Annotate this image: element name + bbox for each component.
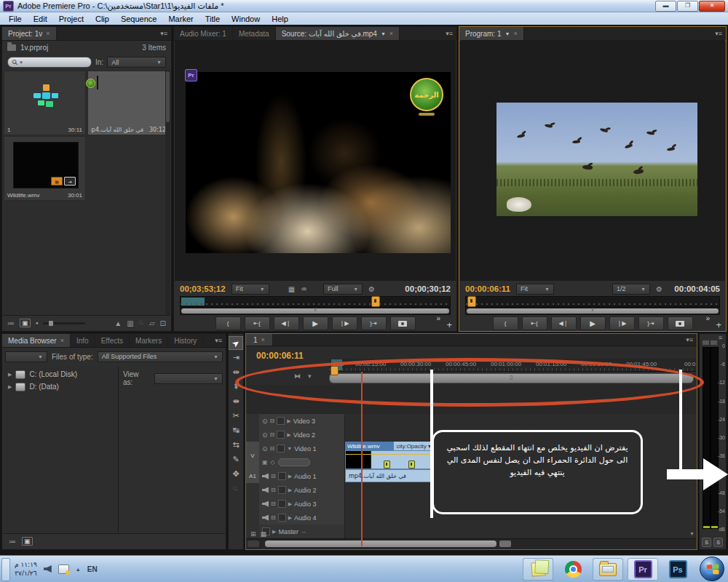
expand-icon[interactable]: ▶ (8, 384, 12, 390)
search-icon[interactable]: ⚲ (137, 319, 146, 328)
tool-razor-icon[interactable]: ✂ (229, 409, 243, 423)
menu-marker[interactable]: Marker (162, 15, 199, 23)
expand-icon[interactable]: ▶ (272, 529, 276, 535)
directory-dropdown[interactable]: ▼ (5, 351, 47, 362)
tab-program[interactable]: Program: 1 ▼ × (459, 27, 524, 40)
opacity-rubber-band[interactable] (346, 454, 432, 455)
toggle-track-output-icon[interactable]: ⊙ (262, 445, 268, 453)
snap-toggle-icon[interactable]: ⊞ (250, 530, 256, 538)
sync-lock-icon[interactable]: ⊟ (271, 487, 276, 493)
source-patch-audio-badge[interactable]: A1 (246, 469, 260, 483)
go-to-in-icon[interactable]: ⇤{ (245, 316, 270, 330)
menu-sequence[interactable]: Sequence (115, 15, 163, 23)
source-playhead-marker[interactable] (371, 296, 380, 307)
speaker-icon[interactable] (262, 474, 269, 479)
action-center-icon[interactable] (58, 565, 69, 574)
panel-menu-icon[interactable]: ▾≡ (211, 334, 226, 347)
source-position-timecode[interactable]: 00;03;53;12 (180, 284, 226, 293)
panel-menu-icon[interactable]: ▾≡ (442, 27, 456, 40)
tool-track-select-icon[interactable]: ⇥ (229, 351, 243, 364)
insert-button[interactable] (390, 316, 416, 330)
audio-only-drag-icon[interactable]: ♒ (301, 285, 307, 293)
show-desktop-button[interactable] (1, 558, 10, 581)
program-playhead-marker[interactable] (467, 296, 476, 307)
program-position-timecode[interactable]: 00:00:06:11 (465, 284, 510, 293)
program-video-frame[interactable] (496, 103, 697, 216)
source-resolution-dropdown[interactable]: Full▼ (323, 284, 363, 295)
in-filter-dropdown[interactable]: All▼ (107, 57, 166, 68)
project-item-sequence[interactable]: 130:11 (4, 71, 86, 135)
expand-icon[interactable]: ▶ (288, 515, 292, 521)
tree-item-d-drive[interactable]: ▶ D: (Data) (3, 380, 118, 393)
program-zoom-scrollbar[interactable] (465, 307, 720, 315)
sticky-notes-taskbar-button[interactable] (523, 558, 553, 581)
restore-button[interactable]: ❐ (677, 1, 698, 12)
chevron-down-icon[interactable]: ▼ (505, 31, 510, 36)
step-back-icon[interactable]: ◀❘ (274, 316, 299, 330)
close-tab-icon[interactable]: × (60, 337, 64, 344)
keyframe-nav[interactable] (278, 458, 310, 466)
source-zoom-scrollbar[interactable] (180, 307, 451, 315)
icon-view-icon[interactable]: ▣ (22, 537, 33, 546)
expand-icon[interactable]: ▶ (287, 432, 290, 438)
close-tab-icon[interactable]: × (513, 30, 517, 37)
tab-media-browser[interactable]: Media Browser× (2, 334, 71, 347)
new-bin-icon[interactable]: ▱ (149, 319, 155, 327)
menu-file[interactable]: File (3, 15, 28, 23)
minimize-button[interactable]: ▬ (655, 1, 676, 12)
clip-marker-icon[interactable] (384, 461, 390, 469)
settings-wrench-icon[interactable]: ⚙ (656, 285, 662, 293)
panel-menu-icon[interactable]: ▾≡ (157, 27, 171, 40)
language-indicator[interactable]: EN (87, 565, 98, 573)
speaker-icon[interactable] (262, 515, 269, 521)
go-to-out-icon[interactable]: }⇥ (638, 316, 664, 330)
source-zoom-dropdown[interactable]: Fit▼ (232, 284, 269, 295)
export-frame-button[interactable] (668, 316, 693, 330)
tab-audio-mixer[interactable]: Audio Mixer: 1 (174, 27, 233, 40)
taskbar-clock[interactable]: ١١:١٩ م ٣٧/١/٢٦ (15, 560, 37, 578)
track-lock-icon[interactable] (277, 417, 285, 425)
source-patch-video-badge[interactable]: V (246, 442, 260, 469)
menu-project[interactable]: Project (53, 15, 90, 23)
sync-lock-icon[interactable]: ⊟ (270, 418, 275, 424)
tab-effects[interactable]: Effects (95, 334, 130, 347)
play-button[interactable]: ▶ (580, 316, 606, 330)
source-video-frame[interactable]: الرحمة (186, 72, 451, 253)
source-scrub-bar[interactable] (180, 296, 451, 307)
icon-view-icon[interactable]: ▣ (20, 319, 31, 327)
keyframe-icon[interactable]: ◇ (271, 459, 275, 466)
settings-wrench-icon[interactable]: ⚙ (368, 285, 375, 293)
menu-clip[interactable]: Clip (90, 15, 115, 23)
close-tab-icon[interactable]: × (389, 30, 393, 37)
find-icon[interactable]: ▥ (127, 319, 133, 327)
tab-sequence-1[interactable]: 1 × (246, 334, 273, 346)
menu-window[interactable]: Window (226, 15, 266, 23)
close-tab-icon[interactable]: × (261, 336, 265, 343)
project-item-mp4[interactable]: 30:12 في خلق الله آيات.mp4 (87, 71, 170, 135)
expand-icon[interactable]: ▶ (288, 487, 292, 493)
sync-lock-icon[interactable]: ⊟ (270, 431, 275, 438)
close-button[interactable]: ✕ (699, 1, 725, 12)
chrome-taskbar-button[interactable] (558, 558, 588, 581)
mark-in-icon[interactable]: { (215, 316, 241, 330)
toggle-track-output-icon[interactable]: ⊙ (262, 418, 268, 425)
step-back-icon[interactable]: ◀❘ (551, 316, 577, 330)
tool-slide-icon[interactable]: ⇆ (229, 438, 243, 452)
sync-lock-icon[interactable]: ⊟ (271, 501, 276, 507)
menu-title[interactable]: Title (199, 15, 226, 23)
expand-icon[interactable]: ▶ (287, 418, 290, 424)
speaker-icon[interactable] (262, 501, 269, 507)
go-to-in-icon[interactable]: ⇤{ (522, 316, 547, 330)
track-lock-icon[interactable] (277, 445, 285, 453)
files-of-type-dropdown[interactable]: All Supported Files▼ (98, 351, 223, 362)
sync-lock-icon[interactable]: ⊟ (270, 445, 275, 452)
timeline-position-timecode[interactable]: 00:00:06:11 (256, 351, 304, 361)
speaker-icon[interactable] (262, 487, 269, 493)
volume-icon[interactable] (44, 565, 52, 573)
project-item-wildlife[interactable]: ▦⇥ Wildlife.wmv30:01 (4, 136, 86, 201)
track-lock-icon[interactable] (277, 431, 285, 439)
clip-marker-icon[interactable] (408, 461, 415, 469)
tool-zoom-icon[interactable]: ⚲ (229, 482, 243, 495)
menu-edit[interactable]: Edit (28, 15, 53, 23)
tool-pen-icon[interactable]: ✎ (229, 453, 243, 466)
